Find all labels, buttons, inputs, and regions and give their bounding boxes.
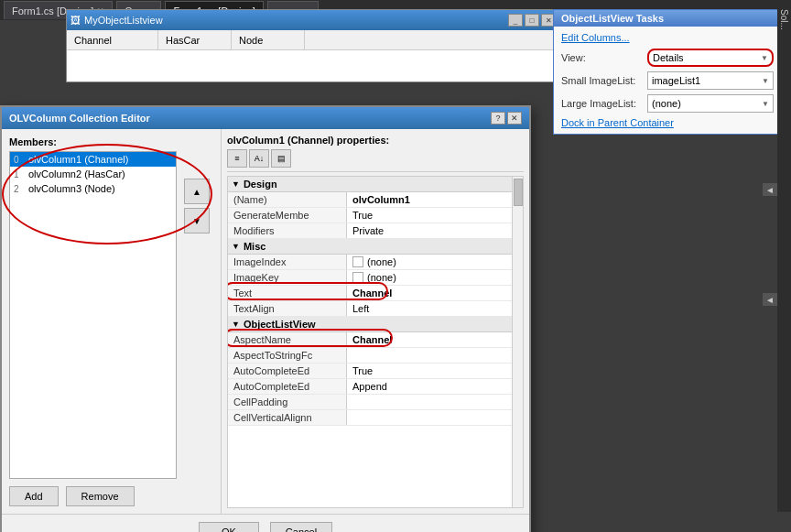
view-dropdown[interactable]: Details ▼: [647, 49, 774, 67]
prop-row-modifiers: Modifiers Private: [228, 223, 523, 239]
member-index-2: 2: [14, 184, 28, 194]
small-imagelist-row: Small ImageList: imageList1 ▼: [561, 71, 774, 90]
prop-imagekey-value: (none): [347, 270, 523, 285]
dialog-help-button[interactable]: ?: [491, 112, 505, 125]
prop-textalign-value: Left: [347, 301, 523, 316]
column-node-label: Node: [239, 35, 263, 46]
dialog-close-button[interactable]: ✕: [507, 112, 522, 125]
imageindex-checkbox: [352, 256, 363, 267]
properties-toolbar: ≡ A↓ ▤: [227, 149, 524, 172]
listview-titlebar: 🖼 MyObjectListview _ □ ✕: [67, 10, 559, 30]
member-item-0[interactable]: 0 olvColumn1 (Channel): [10, 152, 176, 167]
imageindex-value-container: (none): [352, 256, 517, 267]
view-label: View:: [561, 52, 644, 63]
add-button[interactable]: Add: [9, 486, 59, 506]
alphabetical-view-button[interactable]: A↓: [249, 149, 269, 168]
prop-generatemembe-label: GenerateMembe: [228, 208, 347, 223]
edit-columns-link[interactable]: Edit Columns...: [561, 32, 774, 43]
prop-cellpadding-label: CellPadding: [228, 395, 347, 409]
prop-textalign-label: TextAlign: [228, 301, 347, 316]
prop-autocompleteed2-label: AutoCompleteEd: [228, 379, 347, 394]
column-hascar: HasCar: [158, 30, 232, 49]
dialog-controls: ? ✕: [491, 112, 522, 125]
prop-row-text: Text Channel: [228, 286, 523, 301]
section-objectlistview: ▼ ObjectListView: [228, 317, 523, 332]
listview-title-text: MyObjectListview: [84, 15, 163, 26]
member-item-1[interactable]: 1 olvColumn2 (HasCar): [10, 167, 176, 181]
members-list: 0 olvColumn1 (Channel) 1 olvColumn2 (Has…: [9, 151, 177, 479]
column-channel: Channel: [67, 30, 158, 49]
dialog-title-text: OLVColumn Collection Editor: [9, 113, 150, 124]
prop-cellverticalalign-label: CellVerticalAlignn: [228, 410, 347, 425]
large-imagelist-dropdown[interactable]: (none) ▼: [647, 94, 774, 113]
prop-cellpadding-value: [347, 395, 523, 409]
prop-name-label: (Name): [228, 192, 347, 207]
ok-button[interactable]: OK: [199, 522, 259, 532]
prop-row-imageindex: ImageIndex (none): [228, 255, 523, 270]
dialog-footer: OK Cancel: [2, 514, 529, 532]
prop-generatemembe-value: True: [347, 208, 523, 223]
prop-row-autocompleteed2: AutoCompleteEd Append: [228, 379, 523, 395]
prop-aspecttostringfc-value: [347, 348, 523, 363]
small-imagelist-dropdown[interactable]: imageList1 ▼: [647, 71, 774, 90]
large-imagelist-label: Large ImageList:: [561, 98, 644, 109]
section-misc-arrow-icon: ▼: [232, 242, 240, 251]
categorized-view-button[interactable]: ≡: [227, 149, 247, 168]
prop-row-generatemembe: GenerateMembe True: [228, 208, 523, 223]
tasks-title-text: ObjectListView Tasks: [561, 13, 664, 24]
listview-window-controls: _ □ ✕: [508, 14, 556, 27]
add-remove-buttons: Add Remove: [9, 486, 213, 506]
column-hascar-label: HasCar: [166, 35, 200, 46]
prop-modifiers-label: Modifiers: [228, 223, 347, 238]
prop-name-value: olvColumn1: [347, 192, 523, 207]
member-up-button[interactable]: ▲: [184, 179, 210, 204]
minimize-button[interactable]: _: [508, 14, 523, 27]
prop-imagekey-label: ImageKey: [228, 270, 347, 285]
prop-autocompleteed1-label: AutoCompleteEd: [228, 364, 347, 378]
prop-modifiers-value: Private: [347, 223, 523, 238]
side-arrow-up[interactable]: ◄: [763, 183, 777, 196]
tasks-panel-body: Edit Columns... View: Details ▼ Small Im…: [554, 27, 781, 134]
prop-imageindex-label: ImageIndex: [228, 255, 347, 269]
properties-panel: olvColumn1 (Channel) properties: ≡ A↓ ▤ …: [222, 129, 529, 514]
properties-scrollbar[interactable]: [512, 177, 523, 507]
member-index-1: 1: [14, 169, 28, 179]
prop-row-aspectname: AspectName Channel: [228, 332, 523, 348]
listview-columns: Channel HasCar Node: [67, 30, 559, 50]
solution-label-text: Sol...: [779, 9, 789, 30]
member-label-2: olvColumn3 (Node): [28, 183, 115, 194]
member-label-1: olvColumn2 (HasCar): [28, 168, 125, 179]
view-dropdown-value: Details: [653, 52, 684, 63]
member-down-button[interactable]: ▼: [184, 208, 210, 233]
prop-row-cellpadding: CellPadding: [228, 395, 523, 410]
prop-text-label: Text: [228, 286, 347, 300]
members-label: Members:: [9, 136, 213, 147]
prop-text-value: Channel: [347, 286, 523, 300]
prop-cellverticalalign-value: [347, 410, 523, 425]
prop-row-name: (Name) olvColumn1: [228, 192, 523, 208]
section-olv-arrow-icon: ▼: [232, 320, 240, 329]
imagekey-value-container: (none): [352, 272, 517, 283]
view-row: View: Details ▼: [561, 49, 774, 67]
small-imagelist-label: Small ImageList:: [561, 75, 644, 86]
listview-window: 🖼 MyObjectListview _ □ ✕ Channel HasCar …: [66, 9, 560, 82]
properties-pages-button[interactable]: ▤: [271, 149, 291, 168]
maximize-button[interactable]: □: [525, 14, 539, 27]
prop-autocompleteed2-value: Append: [347, 379, 523, 394]
prop-aspectname-value: Channel: [347, 332, 523, 347]
listview-icon: 🖼: [70, 15, 81, 26]
imagekey-text: (none): [367, 272, 396, 283]
section-design: ▼ Design: [228, 177, 523, 192]
dock-container-link[interactable]: Dock in Parent Container: [561, 117, 674, 128]
prop-row-imagekey: ImageKey (none): [228, 270, 523, 286]
prop-autocompleteed1-value: True: [347, 364, 523, 378]
remove-button[interactable]: Remove: [66, 486, 135, 506]
member-arrow-buttons: ▲ ▼: [180, 151, 213, 479]
cancel-button[interactable]: Cancel: [270, 522, 332, 532]
prop-row-cellverticalalign: CellVerticalAlignn: [228, 410, 523, 426]
members-panel: Members: 0 olvColumn1 (Channel) 1 olvCol…: [2, 129, 222, 514]
properties-title: olvColumn1 (Channel) properties:: [227, 135, 524, 146]
member-item-2[interactable]: 2 olvColumn3 (Node): [10, 181, 176, 196]
side-arrow-down[interactable]: ◄: [763, 293, 777, 306]
large-imagelist-value: (none): [652, 98, 681, 109]
